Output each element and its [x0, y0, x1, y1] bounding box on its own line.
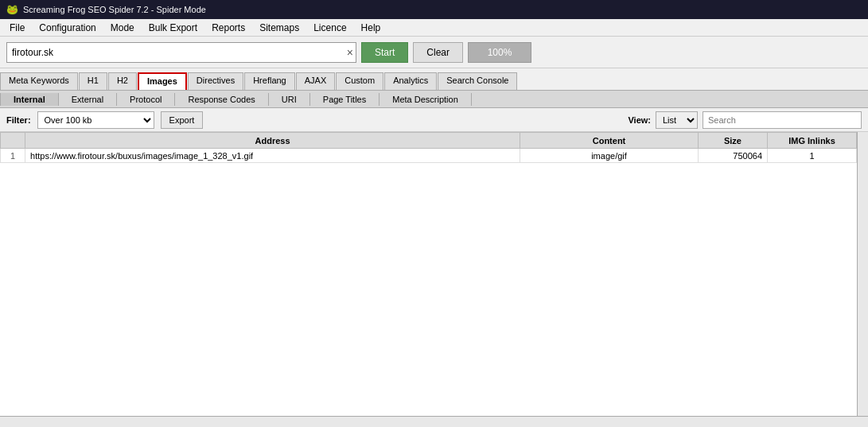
- sub-tabs-row: Internal External Protocol Response Code…: [0, 91, 868, 108]
- col-header-address[interactable]: Address: [25, 133, 520, 149]
- menu-reports[interactable]: Reports: [205, 21, 251, 35]
- tabs-row: Meta Keywords H1 H2 Images Directives Hr…: [0, 68, 868, 91]
- sub-tab-meta-description[interactable]: Meta Description: [380, 93, 472, 106]
- menu-help[interactable]: Help: [355, 21, 387, 35]
- menu-configuration[interactable]: Configuration: [33, 21, 102, 35]
- url-clear-x-button[interactable]: ×: [347, 46, 353, 59]
- menu-file[interactable]: File: [3, 21, 31, 35]
- progress-button: 100%: [468, 42, 531, 63]
- url-input[interactable]: [6, 42, 356, 63]
- menu-bulk-export[interactable]: Bulk Export: [142, 21, 204, 35]
- row-num: 1: [1, 149, 25, 163]
- url-bar: × Start Clear 100%: [0, 37, 868, 68]
- tab-hreflang[interactable]: Hreflang: [244, 72, 295, 90]
- sub-tab-page-titles[interactable]: Page Titles: [310, 93, 380, 106]
- col-header-content[interactable]: Content: [520, 133, 699, 149]
- menu-mode[interactable]: Mode: [104, 21, 141, 35]
- row-content: image/gif: [520, 149, 699, 163]
- start-button[interactable]: Start: [361, 42, 408, 63]
- filter-right: View: List Tree: [628, 111, 862, 129]
- row-size: 750064: [698, 149, 767, 163]
- table-row: 1 https://www.firotour.sk/buxus/images/i…: [1, 149, 857, 163]
- data-table: Address Content Size IMG Inlinks 1 https…: [0, 132, 857, 163]
- scrollbar-bottom[interactable]: [0, 416, 868, 427]
- menu-licence[interactable]: Licence: [307, 21, 352, 35]
- view-select[interactable]: List Tree: [656, 111, 698, 129]
- search-input[interactable]: [703, 111, 862, 129]
- col-header-size[interactable]: Size: [698, 133, 767, 149]
- export-button[interactable]: Export: [161, 111, 204, 129]
- app-icon: 🐸: [6, 4, 18, 15]
- sub-tab-response-codes[interactable]: Response Codes: [175, 93, 268, 106]
- row-address: https://www.firotour.sk/buxus/images/ima…: [25, 149, 520, 163]
- sub-tab-uri[interactable]: URI: [269, 93, 310, 106]
- filter-select[interactable]: All Over 100 kb Missing Alt Text Alt Tex…: [37, 111, 154, 129]
- row-img-inlinks: 1: [768, 149, 857, 163]
- scrollbar-right[interactable]: [857, 132, 868, 427]
- tab-h1[interactable]: H1: [79, 72, 107, 90]
- sub-tab-external[interactable]: External: [59, 93, 117, 106]
- sub-tab-internal[interactable]: Internal: [0, 93, 59, 106]
- sub-tab-protocol[interactable]: Protocol: [117, 93, 175, 106]
- tab-ajax[interactable]: AJAX: [296, 72, 336, 90]
- tab-search-console[interactable]: Search Console: [438, 72, 517, 90]
- tab-h2[interactable]: H2: [108, 72, 137, 90]
- view-label: View:: [628, 115, 651, 125]
- menu-sitemaps[interactable]: Sitemaps: [253, 21, 306, 35]
- title-bar: 🐸 Screaming Frog SEO Spider 7.2 - Spider…: [0, 0, 868, 19]
- col-header-num: [1, 133, 25, 149]
- tab-meta-keywords[interactable]: Meta Keywords: [0, 72, 78, 90]
- content-area: Address Content Size IMG Inlinks 1 https…: [0, 132, 868, 427]
- clear-button[interactable]: Clear: [413, 42, 463, 63]
- filter-label: Filter:: [6, 115, 31, 125]
- menu-bar: File Configuration Mode Bulk Export Repo…: [0, 19, 868, 37]
- tab-custom[interactable]: Custom: [336, 72, 383, 90]
- tab-directives[interactable]: Directives: [188, 72, 243, 90]
- col-header-img-inlinks[interactable]: IMG Inlinks: [768, 133, 857, 149]
- filter-bar: Filter: All Over 100 kb Missing Alt Text…: [0, 108, 868, 132]
- app-title: Screaming Frog SEO Spider 7.2 - Spider M…: [23, 5, 206, 14]
- table-wrapper: Address Content Size IMG Inlinks 1 https…: [0, 132, 857, 163]
- tab-images[interactable]: Images: [138, 72, 187, 90]
- tab-analytics[interactable]: Analytics: [384, 72, 437, 90]
